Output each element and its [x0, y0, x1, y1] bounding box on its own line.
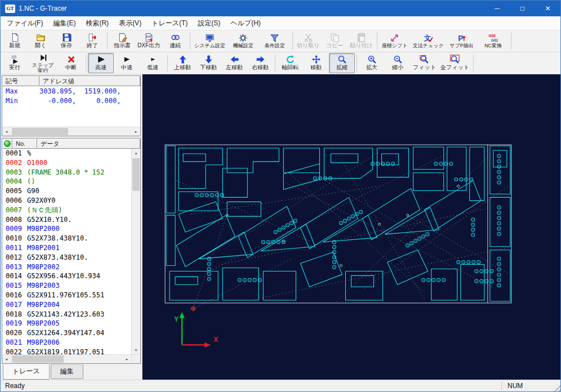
abort-button[interactable]: 中断 — [58, 53, 84, 73]
code-row[interactable]: 0014G52X956.443Y10.934 — [2, 271, 131, 281]
open-button[interactable]: 開く — [28, 31, 54, 51]
code-col-data[interactable]: データ — [37, 139, 140, 149]
minimize-button[interactable]: ─ — [484, 1, 510, 16]
worksheet-icon — [118, 33, 127, 42]
zoom-out-button[interactable]: 縮小 — [385, 53, 411, 73]
address-symbol: Max — [2, 87, 39, 95]
scrollbar-thumb[interactable] — [132, 158, 140, 191]
continuous-button[interactable]: 連続 — [162, 31, 188, 51]
scrollbar-thumb[interactable] — [12, 355, 64, 363]
scrollbar-thumb[interactable] — [12, 128, 68, 135]
menu-item-2[interactable]: 検索(R) — [81, 16, 114, 30]
address-col-symbol[interactable]: 記号 — [2, 76, 39, 86]
scroll-left-button[interactable]: ◄ — [2, 355, 11, 363]
code-row[interactable]: 0011M98P2001 — [2, 243, 131, 253]
fit-all-button[interactable]: 全フィット — [438, 53, 471, 73]
condition-settings-button[interactable]: 条件設定 — [259, 31, 291, 51]
code-vscrollbar[interactable]: ▲ ▼ — [131, 149, 140, 354]
titlebar[interactable]: GT 1.NC - G-Tracer ─ □ ✕ — [1, 1, 560, 16]
code-row[interactable]: 0012G52X873.438Y10. — [2, 253, 131, 262]
tab-trace[interactable]: トレース — [3, 364, 50, 380]
exit-button[interactable]: 終了 — [79, 31, 105, 51]
maximize-button[interactable]: □ — [510, 1, 535, 16]
worksheet-button[interactable]: 指示書 — [109, 31, 135, 51]
pan-button[interactable]: 移動 — [303, 53, 329, 73]
menu-item-0[interactable]: ファイル(F) — [2, 16, 48, 30]
address-row[interactable]: Max3038.895, 1519.000, — [2, 86, 140, 96]
system-settings-button[interactable]: システム設定 — [192, 31, 228, 51]
address-hscrollbar[interactable]: ◄ ► — [2, 127, 140, 136]
close-button[interactable]: ✕ — [535, 1, 560, 16]
subp-extract-button[interactable]: PサブP抽出 — [446, 31, 478, 51]
address-col-value[interactable]: アドレス値 — [39, 76, 140, 86]
new-button[interactable]: 新規 — [2, 31, 28, 51]
low-speed-button[interactable]: 低速 — [140, 53, 166, 73]
zoom-in-button[interactable]: 拡大 — [359, 53, 385, 73]
scroll-right-button[interactable]: ► — [123, 355, 131, 363]
code-hscrollbar[interactable]: ◄ ► — [2, 354, 131, 363]
tab-edit[interactable]: 編集 — [51, 364, 83, 379]
axis-rotate-button[interactable]: 軸回転 — [277, 53, 303, 73]
code-row[interactable]: 0022G52X1819.01Y197.051 — [2, 348, 131, 354]
code-row[interactable]: 0002O1000 — [2, 158, 131, 168]
syntax-check-button[interactable]: 文文法チェック — [411, 31, 446, 51]
code-row[interactable]: 0020G52X1264.394Y147.04 — [2, 328, 131, 338]
toolbar-button-label: 拡大 — [366, 64, 377, 72]
code-row[interactable]: 0021M98P2006 — [2, 338, 131, 348]
trace-canvas[interactable]: Y X — [143, 74, 560, 380]
subp-extract-icon: P — [457, 33, 466, 43]
code-row[interactable]: 0005G90 — [2, 186, 131, 196]
coord-shift-button[interactable]: 座標シフト — [379, 31, 411, 51]
code-row[interactable]: 0019M98P2005 — [2, 319, 131, 328]
scrollbar-track[interactable] — [11, 355, 123, 363]
code-row[interactable]: 0010G52X738.438Y10. — [2, 234, 131, 243]
mid-speed-button[interactable]: 中速 — [114, 53, 140, 73]
save-button[interactable]: 保存 — [54, 31, 79, 51]
code-row[interactable]: 0013M98P2002 — [2, 262, 131, 272]
code-row[interactable]: 0001% — [2, 149, 131, 158]
run-play-icon — [10, 55, 20, 64]
dxf-output-button[interactable]: DXFDXF出力 — [135, 31, 162, 51]
scroll-down-button[interactable]: ▼ — [132, 346, 140, 354]
code-row[interactable]: 0009M98P2000 — [2, 224, 131, 234]
scroll-left-button[interactable]: ◄ — [2, 127, 11, 136]
code-col-no[interactable]: No. — [12, 139, 37, 149]
code-row[interactable]: 0004() — [2, 177, 131, 186]
code-row[interactable]: 0016G52X911.976Y105.551 — [2, 291, 131, 300]
code-row[interactable]: 0006G92X0Y0 — [2, 196, 131, 206]
code-line-data: G52X956.443Y10.934 — [27, 271, 131, 281]
left-arrow-icon — [230, 55, 239, 64]
high-speed-button[interactable]: 高速 — [88, 53, 114, 73]
move-right-button[interactable]: 右移動 — [247, 53, 273, 73]
code-row[interactable]: 0018G52X1143.42Y123.603 — [2, 310, 131, 319]
menu-item-3[interactable]: 表示(V) — [114, 16, 146, 30]
move-up-button[interactable]: 上移動 — [170, 53, 195, 73]
zoom-fit-all-icon — [450, 55, 460, 64]
up-arrow-icon — [178, 55, 188, 64]
code-row[interactable]: 0015M98P2003 — [2, 281, 131, 291]
step-run-button[interactable]: ステップ実行 — [28, 53, 58, 73]
code-row[interactable]: 0007(ＮＣ先頭) — [2, 206, 131, 215]
address-value: -0.000, 0.000, — [39, 97, 121, 105]
machine-settings-button[interactable]: 機械設定 — [228, 31, 259, 51]
menu-item-6[interactable]: ヘルプ(H) — [225, 16, 266, 30]
code-row[interactable]: 0003(FRAME 3048.0 * 152 — [2, 168, 131, 177]
move-left-button[interactable]: 左移動 — [221, 53, 247, 73]
resize-grip[interactable] — [551, 384, 560, 391]
scroll-up-button[interactable]: ▲ — [132, 149, 140, 157]
menu-item-4[interactable]: トレース(T) — [146, 16, 193, 30]
code-row[interactable]: 0008G52X10.Y10. — [2, 215, 131, 225]
run-button[interactable]: 実行 — [2, 53, 28, 73]
scrollbar-track[interactable] — [132, 157, 140, 346]
scroll-right-button[interactable]: ► — [132, 127, 140, 136]
svg-text:DXF: DXF — [146, 35, 152, 38]
nc-convert-button[interactable]: G00G01NC変換 — [478, 31, 509, 51]
zoom-mode-button[interactable]: 拡縮 — [329, 53, 355, 73]
move-down-button[interactable]: 下移動 — [195, 53, 221, 73]
address-row[interactable]: Min -0.000, 0.000, — [2, 96, 140, 105]
scrollbar-track[interactable] — [11, 127, 132, 136]
menu-item-5[interactable]: 設定(S) — [193, 16, 225, 30]
code-row[interactable]: 0017M98P2004 — [2, 300, 131, 310]
menu-item-1[interactable]: 編集(E) — [48, 16, 81, 30]
fit-button[interactable]: フィット — [411, 53, 438, 73]
